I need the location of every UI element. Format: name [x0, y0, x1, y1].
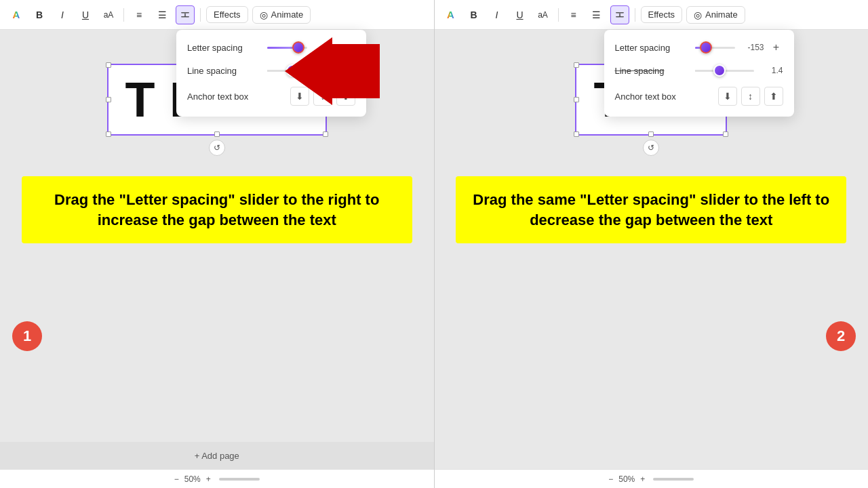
anchor-label: Anchor text box: [187, 92, 285, 102]
right-line-spacing-label: Line spacing: [615, 66, 690, 76]
right-anchor-label: Anchor text box: [615, 92, 713, 102]
anchor-row: Anchor text box ⬇ ↕ ⬆: [187, 87, 355, 106]
bold-icon[interactable]: B: [30, 5, 49, 24]
handle-tl[interactable]: [106, 62, 111, 68]
right-font-color-icon[interactable]: A: [441, 5, 460, 24]
right-handle-bm[interactable]: [648, 131, 654, 137]
left-zoom-value: 50%: [184, 474, 201, 484]
anchor-bottom-btn[interactable]: ⬇: [290, 87, 309, 106]
right-letter-spacing-value: -153: [741, 43, 764, 52]
right-panel: A B I U aA ≡ ☰ Effects: [435, 0, 869, 488]
effects-button[interactable]: Effects: [206, 6, 248, 23]
line-spacing-thumb[interactable]: [286, 64, 298, 77]
spacing-icon[interactable]: [176, 5, 195, 24]
animate-label: Animate: [271, 9, 304, 20]
letter-spacing-slider[interactable]: [267, 41, 307, 54]
step-badge-1: 1: [12, 321, 42, 351]
right-line-spacing-slider[interactable]: [695, 64, 754, 77]
main-container: A B I U aA ≡ ☰ Effects: [0, 0, 868, 488]
animate-icon: ◎: [260, 9, 268, 20]
line-spacing-row: Line spacing 1.4: [187, 64, 355, 77]
right-instruction-text: Drag the same "Letter spacing" slider to…: [473, 191, 829, 228]
right-handle-bl[interactable]: [574, 131, 579, 137]
left-panel: A B I U aA ≡ ☰ Effects: [0, 0, 435, 488]
zoom-plus-icon[interactable]: +: [206, 474, 211, 484]
right-underline-icon[interactable]: U: [511, 5, 530, 24]
right-effects-button[interactable]: Effects: [641, 6, 683, 23]
right-anchor-top-btn[interactable]: ⬆: [764, 87, 783, 106]
handle-ml[interactable]: [106, 97, 111, 102]
right-line-spacing-value: 1.4: [760, 66, 783, 75]
letter-spacing-row: Letter spacing 42 +: [187, 41, 355, 54]
right-spacing-popup: Letter spacing -153 + Line spacing: [604, 30, 794, 117]
divider-2: [200, 8, 201, 22]
left-rotate-btn[interactable]: ↺: [209, 140, 225, 156]
anchor-top-btn[interactable]: ⬆: [336, 87, 355, 106]
right-bold-icon[interactable]: B: [465, 5, 484, 24]
right-letter-spacing-row: Letter spacing -153 +: [615, 41, 783, 54]
right-font-size-icon[interactable]: aA: [534, 5, 553, 24]
right-zoom-value: 50%: [618, 474, 635, 484]
underline-icon[interactable]: U: [76, 5, 95, 24]
right-anchor-middle-btn[interactable]: ↕: [741, 87, 760, 106]
right-anchor-bottom-btn[interactable]: ⬇: [718, 87, 737, 106]
right-divider-1: [558, 8, 559, 22]
right-animate-icon: ◎: [694, 9, 702, 20]
italic-icon[interactable]: I: [53, 5, 72, 24]
zoom-minus-icon[interactable]: −: [174, 474, 179, 484]
handle-bm[interactable]: [214, 131, 220, 137]
svg-rect-3: [616, 12, 624, 14]
font-color-icon[interactable]: A: [7, 5, 26, 24]
left-spacing-popup: Letter spacing 42 + Line spacing: [176, 30, 366, 117]
right-animate-label: Animate: [705, 9, 738, 20]
right-letter-spacing-thumb[interactable]: [700, 41, 712, 54]
handle-br[interactable]: [323, 131, 328, 137]
add-page-bar[interactable]: + Add page: [0, 442, 434, 469]
right-divider-2: [635, 8, 635, 22]
step-badge-2: 2: [826, 321, 856, 351]
right-italic-icon[interactable]: I: [488, 5, 507, 24]
left-bottom-bar: − 50% +: [0, 469, 434, 488]
letter-spacing-value: 42: [313, 43, 336, 52]
left-toolbar: A B I U aA ≡ ☰ Effects: [0, 0, 434, 30]
letter-spacing-label: Letter spacing: [187, 43, 262, 53]
font-size-icon[interactable]: aA: [99, 5, 118, 24]
right-letter-spacing-label: Letter spacing: [615, 43, 690, 53]
right-anchor-buttons: ⬇ ↕ ⬆: [718, 87, 783, 106]
right-anchor-row: Anchor text box ⬇ ↕ ⬆: [615, 87, 783, 106]
handle-bl[interactable]: [106, 131, 111, 137]
right-handle-br[interactable]: [723, 131, 728, 137]
right-letter-spacing-add[interactable]: +: [770, 41, 783, 54]
anchor-buttons: ⬇ ↕ ⬆: [290, 87, 355, 106]
effects-label: Effects: [214, 9, 241, 20]
right-spacing-icon[interactable]: [610, 5, 629, 24]
right-letter-spacing-slider[interactable]: [695, 41, 735, 54]
bullets-icon[interactable]: ☰: [153, 5, 172, 24]
right-handle-tl[interactable]: [574, 62, 579, 68]
right-bullets-icon[interactable]: ☰: [587, 5, 606, 24]
right-effects-label: Effects: [648, 9, 675, 20]
letter-spacing-thumb[interactable]: [292, 41, 304, 54]
line-spacing-value: 1.4: [332, 66, 355, 75]
add-page-label: + Add page: [195, 451, 239, 461]
align-icon[interactable]: ≡: [130, 5, 149, 24]
left-instruction-text: Drag the "Letter spacing" slider to the …: [54, 191, 379, 228]
divider-1: [123, 8, 124, 22]
right-align-icon[interactable]: ≡: [564, 5, 583, 24]
right-zoom-plus-icon[interactable]: +: [640, 474, 645, 484]
letter-spacing-add[interactable]: +: [342, 41, 355, 54]
right-toolbar: A B I U aA ≡ ☰ Effects: [435, 0, 869, 30]
line-spacing-label: Line spacing: [187, 66, 262, 76]
right-bottom-bar: − 50% +: [435, 469, 869, 488]
right-animate-button[interactable]: ◎ Animate: [686, 6, 745, 24]
right-handle-ml[interactable]: [574, 97, 579, 102]
svg-rect-0: [181, 12, 189, 14]
animate-button[interactable]: ◎ Animate: [252, 6, 311, 24]
right-rotate-btn[interactable]: ↺: [643, 140, 659, 156]
anchor-middle-btn[interactable]: ↕: [313, 87, 332, 106]
line-spacing-slider[interactable]: [267, 64, 326, 77]
right-zoom-minus-icon[interactable]: −: [608, 474, 613, 484]
right-line-spacing-row: Line spacing 1.4: [615, 64, 783, 77]
left-instruction-box: Drag the "Letter spacing" slider to the …: [22, 176, 412, 243]
right-line-spacing-thumb[interactable]: [713, 64, 726, 77]
